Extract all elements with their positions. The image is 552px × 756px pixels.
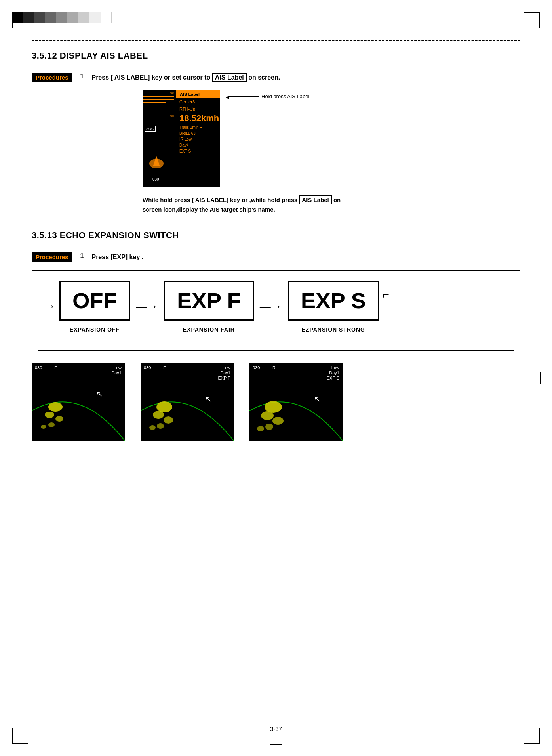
svg-point-16: [257, 426, 264, 431]
rt2-low: Low: [223, 365, 230, 370]
rt2-ir: IR: [162, 365, 167, 370]
radar-screenshot-3: 030 IR Low Day1 EXP S ↖: [249, 363, 343, 441]
rt2-expf: EXP F: [218, 376, 230, 380]
flow-start-arrow: →: [44, 300, 55, 313]
svg-point-14: [272, 417, 284, 425]
radar-screenshot-2: 030 IR Low Day1 EXP F ↖: [141, 363, 234, 441]
cursor-2: ↖: [205, 394, 212, 404]
svg-point-2: [48, 402, 63, 412]
desc-line3: screen icon,display the AIS target ship'…: [143, 206, 275, 213]
radar-screen-container: 90 90 AIS Label Center3 RTH-Up 18.52kmh …: [143, 90, 520, 187]
rt2-day1: Day1: [220, 370, 230, 375]
svg-point-5: [48, 422, 55, 427]
svg-point-10: [157, 423, 164, 429]
annotation-row: ◄ Hold press AIS Label: [228, 94, 309, 99]
procedures-badge-513: Procedures: [32, 252, 72, 262]
svg-point-3: [45, 412, 54, 418]
rt3-ir: IR: [271, 365, 276, 370]
flow-loop-indicator: ⌐: [383, 281, 389, 301]
svg-point-11: [149, 425, 156, 430]
svg-point-15: [265, 424, 273, 430]
corner-mark-bl: [12, 728, 28, 744]
flow-caption-off: EXPANSION OFF: [70, 326, 120, 333]
desc-line1: While hold press [ AIS LABEL] key or ,wh…: [143, 197, 297, 203]
svg-point-7: [156, 401, 172, 412]
cursor-1: ↖: [96, 389, 103, 399]
radar-screenshot-1: 030 IR Low Day1 ↖: [32, 363, 125, 441]
flow-box-expf: EXP F: [164, 281, 254, 321]
rt3-low: Low: [331, 365, 339, 370]
corner-mark-br: [524, 728, 540, 744]
crosshair-top: [270, 6, 282, 18]
instruction-end-512: on screen.: [248, 74, 280, 81]
crosshair-left: [6, 372, 18, 384]
procedure-text-512: Press [ AIS LABEL] key or set cursor to …: [91, 73, 280, 82]
flow-bottom-line: [38, 350, 514, 351]
radar-svg-3: [249, 363, 343, 441]
svg-point-13: [261, 411, 274, 420]
radar-screenshots-row: 030 IR Low Day1 ↖ 030 IR Low: [32, 363, 520, 441]
rt3-day1: Day1: [329, 370, 339, 375]
procedures-badge-512: Procedures: [32, 73, 72, 82]
section-512-heading: 3.5.12 DISPLAY AIS LABEL: [32, 51, 520, 61]
rt1-ir: IR: [53, 365, 58, 370]
crosshair-bottom: [270, 738, 282, 750]
main-content: 3.5.12 DISPLAY AIS LABEL Procedures 1 Pr…: [0, 0, 552, 441]
crosshair-right: [534, 372, 546, 384]
radar-bg: [143, 90, 220, 187]
rt2-030: 030: [144, 365, 151, 370]
radar-screen-512: 90 90 AIS Label Center3 RTH-Up 18.52kmh …: [143, 90, 220, 187]
instruction-text-512: Press [ AIS LABEL] key or set cursor to: [91, 74, 210, 81]
rt1-030: 030: [35, 365, 42, 370]
procedure-block-512: Procedures 1 Press [ AIS LABEL] key or s…: [32, 73, 520, 82]
rt3-exps: EXP S: [327, 376, 339, 380]
rt3-030: 030: [253, 365, 260, 370]
flow-box-off: OFF: [59, 281, 130, 321]
section-512: 3.5.12 DISPLAY AIS LABEL Procedures 1 Pr…: [32, 51, 520, 214]
flow-arrow-2: —→: [260, 300, 282, 313]
flow-diagram: → OFF EXPANSION OFF —→ EXP F EXPANSION F…: [32, 270, 520, 351]
radar-svg: [143, 90, 220, 187]
cursor-3: ↖: [314, 394, 321, 404]
svg-point-12: [265, 401, 282, 413]
svg-point-9: [164, 416, 173, 424]
desc-line2: on: [333, 197, 341, 203]
section-513: 3.5.13 ECHO EXPANSION SWITCH Procedures …: [32, 230, 520, 441]
section-513-heading: 3.5.13 ECHO EXPANSION SWITCH: [32, 230, 520, 241]
radar-svg-2: [141, 363, 234, 441]
annotation-text: Hold press AIS Label: [261, 94, 309, 99]
rt1-day1: Day1: [111, 370, 122, 375]
corner-mark-tr: [524, 12, 540, 28]
annotation-line: ◄: [228, 96, 259, 97]
svg-point-4: [55, 416, 63, 422]
rt1-low: Low: [114, 365, 122, 370]
flow-item-expf: EXP F EXPANSION FAIR: [164, 281, 254, 333]
svg-point-8: [153, 411, 164, 419]
procedure-block-513: Procedures 1 Press [EXP] key .: [32, 252, 520, 262]
flow-item-off: OFF EXPANSION OFF: [59, 281, 130, 333]
desc-highlight: AIS Label: [299, 195, 331, 204]
step-number-512: 1: [80, 73, 84, 80]
dashed-separator: [32, 40, 520, 41]
page-number: 3-37: [270, 725, 282, 732]
step-number-513: 1: [80, 252, 84, 260]
flow-items: → OFF EXPANSION OFF —→ EXP F EXPANSION F…: [44, 281, 508, 333]
color-bar: [12, 12, 112, 23]
procedure-text-513: Press [EXP] key .: [91, 252, 143, 262]
description-512: While hold press [ AIS LABEL] key or ,wh…: [143, 195, 520, 214]
flow-caption-exps: EZPANSION STRONG: [302, 326, 365, 333]
flow-arrow-1: —→: [136, 300, 158, 313]
flow-caption-expf: EXPANSION FAIR: [183, 326, 235, 333]
radar-svg-1: [32, 363, 125, 441]
svg-point-6: [41, 425, 46, 429]
ais-label-highlight: AIS Label: [212, 73, 247, 82]
flow-item-exps: EXP S EZPANSION STRONG: [288, 281, 379, 333]
annotation-container: ◄ Hold press AIS Label: [228, 90, 309, 99]
flow-box-exps: EXP S: [288, 281, 379, 321]
